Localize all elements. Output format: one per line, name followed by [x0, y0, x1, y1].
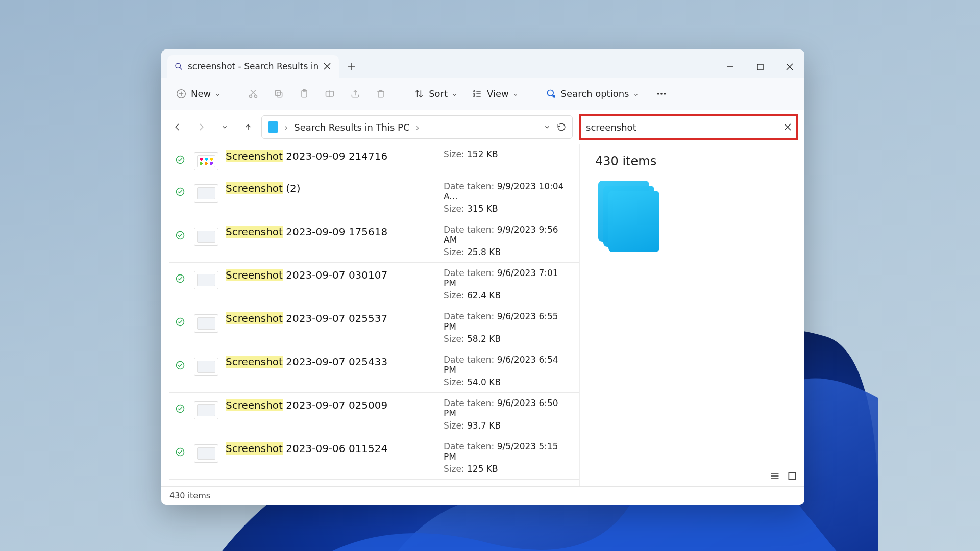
clear-search-icon[interactable] — [784, 123, 791, 131]
chevron-down-icon: ⌄ — [452, 90, 457, 97]
svg-rect-23 — [378, 91, 383, 97]
active-tab[interactable]: screenshot - Search Results in — [167, 55, 339, 78]
result-row[interactable]: Screenshot 2023-09-06 011524Date taken: … — [169, 436, 579, 480]
address-bar[interactable]: › Search Results in This PC › — [261, 115, 573, 139]
thumbnail — [194, 184, 218, 203]
sort-label: Sort — [429, 88, 448, 99]
details-title: 430 items — [595, 154, 789, 168]
result-row[interactable]: Screenshot 2023-09-07 025009Date taken: … — [169, 393, 579, 436]
svg-point-34 — [661, 93, 663, 95]
tab-close-icon[interactable] — [324, 63, 331, 70]
svg-point-26 — [474, 93, 475, 94]
meta-column: Date taken: 9/9/2023 10:04 A...Size: 315… — [444, 181, 571, 214]
sync-status-icon — [176, 155, 187, 164]
result-row[interactable]: Screenshot 2023-09-07 025433Date taken: … — [169, 349, 579, 393]
forward-button[interactable] — [191, 117, 211, 137]
copy-button[interactable] — [268, 85, 289, 103]
cut-button[interactable] — [242, 85, 264, 103]
status-bar: 430 items — [161, 486, 804, 505]
up-button[interactable] — [238, 117, 258, 137]
delete-button[interactable] — [370, 85, 391, 103]
result-row[interactable]: Screenshot 2023-09-07 025537Date taken: … — [169, 306, 579, 349]
close-button[interactable] — [775, 56, 804, 78]
file-name: Screenshot 2023-09-06 011524 — [226, 441, 436, 456]
results-list[interactable]: Screenshot 2023-09-09 214716Size: 152 KB… — [161, 144, 580, 486]
minimize-button[interactable] — [716, 56, 745, 78]
breadcrumb-text: Search Results in This PC — [294, 122, 409, 133]
cut-icon — [248, 88, 259, 99]
file-name: Screenshot 2023-09-07 025009 — [226, 398, 436, 412]
recent-locations-button[interactable] — [214, 117, 235, 137]
thumbnail — [194, 358, 218, 376]
more-button[interactable] — [651, 85, 672, 103]
new-button[interactable]: New ⌄ — [170, 85, 226, 103]
size: Size: 54.0 KB — [444, 377, 571, 387]
paste-button[interactable] — [293, 85, 315, 103]
search-box[interactable] — [579, 114, 798, 140]
address-history-button[interactable] — [544, 123, 551, 131]
result-row[interactable]: Screenshot (2)Date taken: 9/9/2023 10:04… — [169, 176, 579, 219]
date-taken: Date taken: 9/5/2023 5:15 PM — [444, 441, 571, 462]
view-button[interactable]: View ⌄ — [467, 85, 524, 103]
thumbnail — [194, 444, 218, 463]
svg-point-13 — [250, 95, 252, 97]
search-options-button[interactable]: Search options ⌄ — [541, 85, 644, 103]
svg-rect-17 — [277, 92, 282, 97]
size: Size: 62.4 KB — [444, 290, 571, 300]
meta-column: Date taken: 9/5/2023 5:15 PMSize: 125 KB — [444, 441, 571, 474]
search-highlight: Screenshot — [226, 442, 283, 455]
large-icons-view-icon[interactable] — [787, 471, 797, 481]
search-highlight: Screenshot — [226, 269, 283, 281]
trash-icon — [375, 88, 386, 99]
file-name: Screenshot 2023-09-07 025433 — [226, 355, 436, 369]
titlebar: screenshot - Search Results in — [161, 49, 804, 78]
search-highlight: Screenshot — [226, 399, 283, 411]
svg-point-33 — [657, 93, 659, 95]
date-taken: Date taken: 9/9/2023 10:04 A... — [444, 181, 571, 202]
svg-point-24 — [474, 90, 475, 92]
new-tab-button[interactable] — [339, 55, 363, 78]
search-highlight: Screenshot — [226, 356, 283, 368]
rename-icon — [324, 88, 335, 99]
search-options-label: Search options — [561, 88, 629, 99]
navigation-bar: › Search Results in This PC › — [161, 110, 804, 144]
file-name: Screenshot 2023-09-07 030107 — [226, 268, 436, 282]
maximize-button[interactable] — [745, 56, 775, 78]
separator — [234, 86, 234, 102]
sort-icon — [413, 88, 425, 99]
sync-status-icon — [176, 361, 187, 370]
more-icon — [656, 88, 667, 99]
size: Size: 152 KB — [444, 149, 571, 159]
date-taken: Date taken: 9/6/2023 6:55 PM — [444, 311, 571, 332]
thumbnail — [194, 401, 218, 419]
file-name: Screenshot 2023-09-09 214716 — [226, 149, 436, 163]
share-button[interactable] — [345, 85, 366, 103]
refresh-button[interactable] — [557, 122, 566, 132]
sync-status-icon — [176, 231, 187, 240]
result-row[interactable]: Screenshot 2023-09-07 030107Date taken: … — [169, 263, 579, 306]
date-taken: Date taken: 9/6/2023 6:54 PM — [444, 355, 571, 375]
search-input[interactable] — [586, 122, 784, 133]
chevron-down-icon: ⌄ — [215, 90, 220, 97]
stack-icon — [598, 181, 659, 252]
separator — [532, 86, 532, 102]
search-highlight: Screenshot — [226, 182, 283, 194]
sort-button[interactable]: Sort ⌄ — [408, 85, 462, 103]
result-row[interactable]: Screenshot 2023-09-09 214716Size: 152 KB — [169, 144, 579, 176]
window-controls — [716, 56, 804, 78]
size: Size: 315 KB — [444, 204, 571, 214]
copy-icon — [273, 88, 284, 99]
chevron-down-icon: ⌄ — [513, 90, 519, 97]
svg-line-1 — [180, 67, 182, 70]
rename-button[interactable] — [319, 85, 340, 103]
details-view-icon[interactable] — [770, 471, 780, 481]
search-highlight: Screenshot — [226, 226, 283, 238]
chevron-down-icon: ⌄ — [633, 90, 639, 97]
svg-rect-49 — [789, 472, 795, 479]
svg-point-14 — [255, 95, 257, 97]
view-mode-switcher — [770, 471, 797, 481]
result-row[interactable]: Screenshot 2023-09-09 175618Date taken: … — [169, 219, 579, 263]
back-button[interactable] — [167, 117, 188, 137]
tab-title: screenshot - Search Results in — [188, 61, 318, 71]
thumbnail — [194, 228, 218, 246]
